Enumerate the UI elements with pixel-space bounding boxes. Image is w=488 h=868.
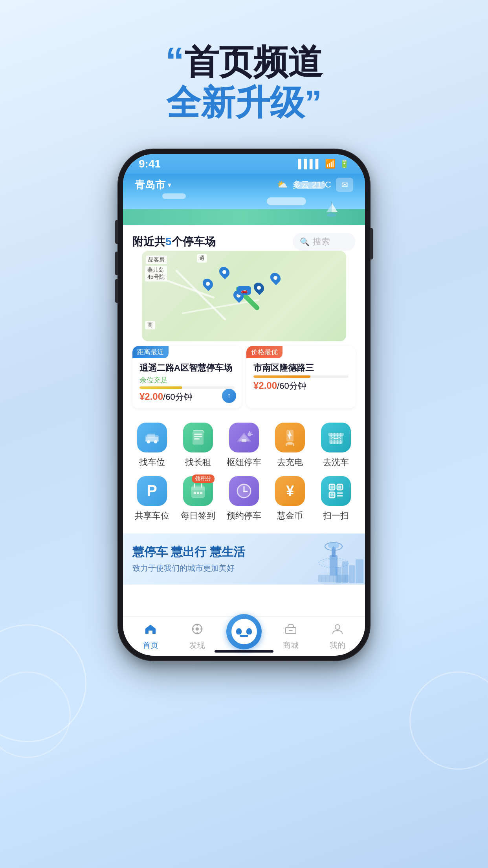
nav-home[interactable]: 首页	[127, 622, 174, 651]
service-icon-car-wash	[321, 423, 351, 452]
svg-point-75	[335, 625, 340, 629]
service-share-parking[interactable]: P 共享车位	[131, 476, 173, 522]
service-daily-checkin[interactable]: 领积分 每日签到	[177, 476, 219, 522]
svg-rect-7	[194, 434, 202, 435]
svg-point-69	[196, 624, 198, 626]
service-label-car-wash: 去洗车	[323, 456, 349, 468]
svg-rect-5	[147, 434, 155, 438]
svg-point-36	[243, 491, 245, 492]
weather-text: 多云 21°C	[292, 179, 331, 191]
header-top-row: 青岛市 ▾ ⛅ 多云 21°C ✉	[135, 178, 353, 192]
service-reserve-park[interactable]: 预约停车	[223, 476, 265, 522]
svg-point-71	[193, 628, 194, 630]
services-grid: 找车位	[131, 423, 357, 522]
discover-icon	[192, 622, 203, 638]
parking-card-1[interactable]: 价格最优 市南区隆德路三 ¥2.00/60分钟	[246, 346, 356, 408]
headline-section: “首页频道 全新升级”	[0, 39, 488, 123]
service-scan[interactable]: 扫一扫	[315, 476, 357, 522]
phone-mockup: 9:41 ▌▌▌▌ 📶 🔋	[118, 149, 370, 660]
parking-card-arrow-0[interactable]: ↑	[222, 389, 236, 403]
map-area[interactable]: 品客房 燕儿岛45号院 逍 商 🚗	[142, 251, 346, 341]
wifi-icon: 📶	[325, 159, 336, 169]
nav-label-discover: 发现	[189, 640, 205, 651]
parking-card-0[interactable]: 距离最近 逍遥二路A区智慧停车场 余位充足 ¥2.00/60分钟 ↑	[132, 346, 242, 408]
svg-line-13	[251, 432, 251, 433]
svg-rect-20	[328, 433, 344, 436]
status-time: 9:41	[139, 158, 161, 170]
home-icon	[145, 622, 156, 638]
service-label-share-parking: 共享车位	[135, 510, 169, 522]
service-label-charging: 去充电	[277, 456, 303, 468]
checkin-badge: 领积分	[192, 474, 215, 483]
svg-rect-42	[330, 493, 334, 497]
weather-info: ⛅ 多云 21°C ✉	[277, 178, 353, 192]
message-icon[interactable]: ✉	[336, 178, 353, 192]
search-box[interactable]: 🔍 搜索	[293, 233, 356, 251]
parking-card-price-0: ¥2.00/60分钟	[139, 391, 235, 403]
center-button[interactable]	[226, 614, 262, 649]
home-indicator	[215, 650, 273, 653]
svg-point-68	[196, 627, 199, 631]
service-icon-smart-park	[229, 423, 259, 452]
city-selector[interactable]: 青岛市 ▾	[135, 178, 171, 192]
svg-rect-41	[338, 485, 341, 489]
service-icon-scan	[321, 476, 351, 506]
nav-label-shop: 商城	[283, 640, 299, 651]
map-label-2: 燕儿岛45号院	[145, 266, 167, 281]
app-header: 青岛市 ▾ ⛅ 多云 21°C ✉	[123, 174, 365, 225]
service-charging[interactable]: 去充电	[269, 423, 311, 468]
service-icon-hui-coin: ¥	[275, 476, 305, 506]
nearby-text: 附近共5个停车场	[132, 234, 216, 249]
service-label-find-parking: 找车位	[139, 456, 165, 468]
signal-icon: ▌▌▌▌	[298, 159, 321, 169]
service-car-wash[interactable]: 去洗车	[315, 423, 357, 468]
service-find-parking[interactable]: 找车位	[131, 423, 173, 468]
service-label-scan: 扫一扫	[323, 510, 349, 522]
search-placeholder: 搜索	[313, 236, 330, 248]
service-icon-charging	[275, 423, 305, 452]
svg-rect-63	[336, 567, 341, 583]
parking-card-status-0: 余位充足	[139, 375, 235, 385]
service-icon-find-parking	[137, 423, 167, 452]
svg-rect-18	[293, 443, 294, 446]
svg-rect-10	[242, 439, 246, 442]
sailboat-icon	[322, 200, 341, 221]
nav-shop[interactable]: 商城	[268, 622, 314, 651]
service-find-long-rent[interactable]: 找长租	[177, 423, 219, 468]
svg-point-0	[327, 213, 336, 217]
banner-section[interactable]: 慧停车 慧出行 慧生活 致力于使我们的城市更加美好	[123, 533, 365, 585]
svg-rect-16	[287, 442, 293, 445]
search-section: 附近共5个停车场 🔍 搜索	[123, 225, 365, 415]
nav-mine[interactable]: 我的	[314, 622, 361, 651]
status-bar: 9:41 ▌▌▌▌ 📶 🔋	[123, 154, 365, 174]
svg-rect-65	[349, 565, 355, 583]
status-icons: ▌▌▌▌ 📶 🔋	[298, 159, 349, 169]
svg-point-3	[147, 440, 150, 443]
svg-point-70	[196, 632, 198, 634]
nav-discover[interactable]: 发现	[174, 622, 220, 651]
main-content: 附近共5个停车场 🔍 搜索	[123, 225, 365, 656]
weather-icon: ⛅	[277, 180, 288, 190]
svg-point-72	[200, 628, 202, 630]
svg-rect-64	[342, 561, 348, 583]
service-icon-daily-checkin: 领积分	[183, 476, 213, 506]
nav-label-mine: 我的	[330, 640, 345, 651]
service-icon-share-parking: P	[137, 476, 167, 506]
parking-cards: 距离最近 逍遥二路A区智慧停车场 余位充足 ¥2.00/60分钟 ↑	[132, 346, 356, 408]
service-label-find-long-rent: 找长租	[185, 456, 211, 468]
nearby-count: 5	[165, 235, 172, 248]
city-arrow: ▾	[168, 181, 171, 189]
parking-card-progress-0	[139, 386, 235, 389]
nav-center[interactable]	[220, 623, 267, 649]
shop-icon	[285, 622, 297, 638]
search-row: 附近共5个停车场 🔍 搜索	[132, 233, 356, 251]
service-hui-coin[interactable]: ¥ 慧金币	[269, 476, 311, 522]
svg-rect-6	[193, 431, 204, 445]
svg-rect-25	[330, 441, 342, 444]
service-icon-reserve-park	[229, 476, 259, 506]
service-smart-park[interactable]: 枢纽停车	[223, 423, 265, 468]
map-label-shop: 商	[145, 321, 155, 329]
svg-rect-9	[194, 438, 200, 440]
parking-card-badge-0: 距离最近	[132, 346, 169, 358]
svg-rect-40	[330, 485, 334, 489]
